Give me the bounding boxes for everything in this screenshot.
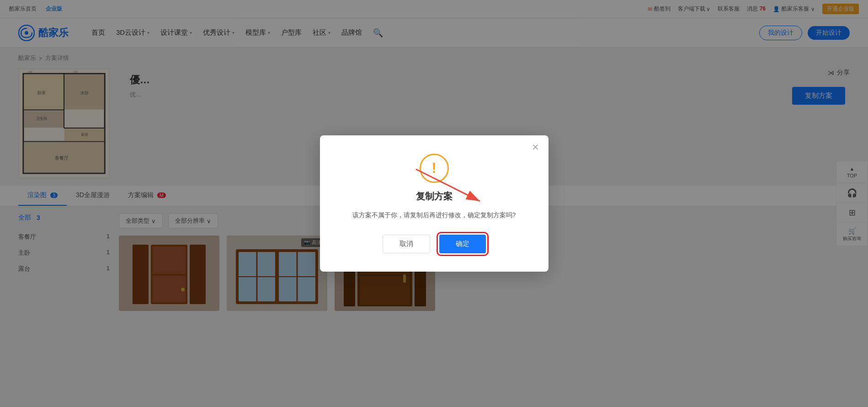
confirm-button[interactable]: 确定 xyxy=(439,235,486,253)
modal-title: 复制方案 xyxy=(338,190,530,203)
modal-body: 该方案不属于你，请复制后再进行修改，确定复制方案吗? xyxy=(338,210,530,220)
warning-circle: ! xyxy=(420,154,449,183)
modal-footer: 取消 确定 xyxy=(338,235,530,253)
warning-icon: ! xyxy=(431,160,437,177)
modal-overlay[interactable]: ✕ ! 复制方案 该方案不属于你，请复制后再进行修改，确定复制方案吗? 取消 确… xyxy=(0,0,868,407)
modal-dialog: ✕ ! 复制方案 该方案不属于你，请复制后再进行修改，确定复制方案吗? 取消 确… xyxy=(320,135,548,272)
cancel-button[interactable]: 取消 xyxy=(383,235,430,253)
modal-close-button[interactable]: ✕ xyxy=(532,143,539,152)
modal-icon-area: ! xyxy=(338,154,530,183)
